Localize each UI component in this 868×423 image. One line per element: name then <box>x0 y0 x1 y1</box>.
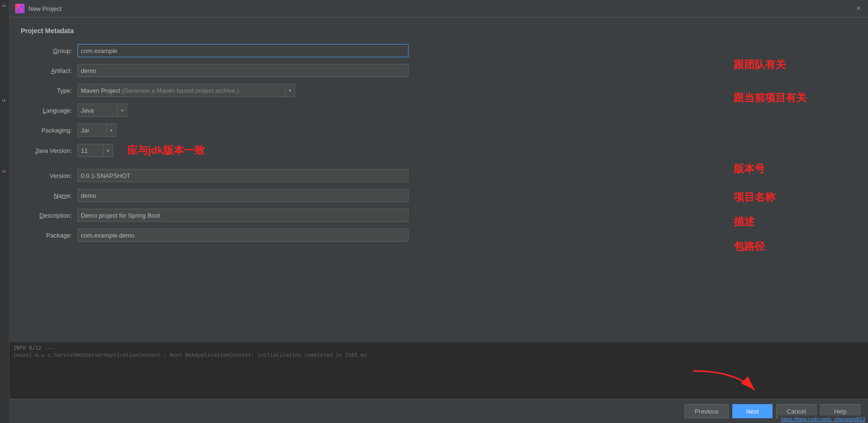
svg-rect-3 <box>20 9 23 11</box>
packaging-chevron-icon[interactable]: ▾ <box>107 123 116 137</box>
language-chevron-icon[interactable]: ▾ <box>118 104 127 117</box>
title-bar: New Project × <box>9 0 868 18</box>
section-title: Project Metadata <box>21 27 715 35</box>
bottom-bar: Previous Next Cancel Help <box>9 399 868 423</box>
package-input[interactable] <box>78 229 408 242</box>
svg-rect-1 <box>20 6 23 8</box>
name-label: Name: <box>21 192 78 199</box>
packaging-select-wrapper: Jar ▾ <box>78 123 116 137</box>
java-version-chevron-icon[interactable]: ▾ <box>104 144 113 157</box>
sidebar-letter: F <box>0 0 9 11</box>
svg-rect-2 <box>17 9 19 11</box>
jdk-annotation: 应与jdk版本一致 <box>127 143 205 158</box>
close-button[interactable]: × <box>855 5 862 12</box>
java-version-select-display[interactable]: 11 <box>78 144 104 157</box>
next-button[interactable]: Next <box>732 404 773 418</box>
version-row: Version: <box>21 169 715 182</box>
version-label: Version: <box>21 172 78 179</box>
java-version-select-wrapper: 11 ▾ <box>78 144 113 157</box>
group-input[interactable] <box>78 44 408 57</box>
sidebar-strip: F F F <box>0 0 9 423</box>
next-arrow-svg <box>679 366 773 395</box>
description-label: Description: <box>21 212 78 219</box>
main-panel: Project Metadata Group: Artifact: Type: <box>9 18 726 342</box>
java-version-value: 11 <box>81 147 87 154</box>
url-bar: https://blog.csdn.net/c_chengzipi813 <box>778 415 868 423</box>
package-row: Package: <box>21 229 715 242</box>
dialog-overlay: F F F New Project × <box>0 0 868 423</box>
packaging-select-display[interactable]: Jar <box>78 123 107 137</box>
group-label: Group: <box>21 47 78 54</box>
type-select-wrapper: Maven Project (Generate a Maven based pr… <box>78 84 295 97</box>
version-input[interactable] <box>78 169 408 182</box>
description-row: Description: <box>21 209 715 222</box>
description-input[interactable] <box>78 209 408 222</box>
sidebar-letter-2: F <box>0 95 9 106</box>
type-secondary: (Generate a Maven based project archive.… <box>122 87 239 94</box>
language-value: Java <box>81 107 94 114</box>
name-input[interactable] <box>78 189 408 202</box>
language-row: Language: Java ▾ <box>21 104 715 117</box>
java-version-row: Java Version: 11 ▾ 应与jdk版本一致 <box>21 143 715 158</box>
type-value: Maven Project <box>81 87 120 94</box>
dialog-title: New Project <box>28 5 61 12</box>
artifact-label: Artifact: <box>21 67 78 74</box>
language-label: Language: <box>21 107 78 114</box>
type-select-display[interactable]: Maven Project (Generate a Maven based pr… <box>78 84 286 97</box>
team-annotation: 跟团队有关 <box>734 58 860 72</box>
app-icon <box>15 4 25 13</box>
previous-button[interactable]: Previous <box>685 404 729 418</box>
svg-rect-0 <box>17 6 19 8</box>
package-annotation: 包路径 <box>734 239 860 254</box>
packaging-row: Packaging: Jar ▾ <box>21 123 715 137</box>
packaging-label: Packaging: <box>21 127 78 134</box>
artifact-input[interactable] <box>78 64 408 77</box>
project-annotation: 跟当前项目有关 <box>734 91 860 105</box>
language-select-display[interactable]: Java <box>78 104 118 117</box>
terminal-line-1: INFO 8/12 --- <box>13 345 864 351</box>
title-left: New Project <box>15 4 61 13</box>
version-annotation: 版本号 <box>734 162 860 176</box>
java-version-label: Java Version: <box>21 147 78 154</box>
description-annotation: 描述 <box>734 215 860 229</box>
name-row: Name: <box>21 189 715 202</box>
package-label: Package: <box>21 232 78 239</box>
name-annotation: 项目名称 <box>734 190 860 204</box>
artifact-row: Artifact: <box>21 64 715 77</box>
type-row: Type: Maven Project (Generate a Maven ba… <box>21 84 715 97</box>
group-row: Group: <box>21 44 715 57</box>
dialog-content: Project Metadata Group: Artifact: Type: <box>9 18 868 342</box>
language-select-wrapper: Java ▾ <box>78 104 127 117</box>
sidebar-letter-3: F <box>0 166 9 176</box>
new-project-dialog: New Project × Project Metadata Group: Ar… <box>9 0 868 423</box>
type-chevron-icon[interactable]: ▾ <box>286 84 295 97</box>
packaging-value: Jar <box>81 127 89 134</box>
terminal-line-2: [main] w.s.c.ServletWebServerApplication… <box>13 352 864 358</box>
annotation-panel: 跟团队有关 跟当前项目有关 版本号 项目名称 描述 包路径 <box>726 18 868 342</box>
type-label: Type: <box>21 87 78 94</box>
group-label-text: Group: <box>53 47 72 54</box>
